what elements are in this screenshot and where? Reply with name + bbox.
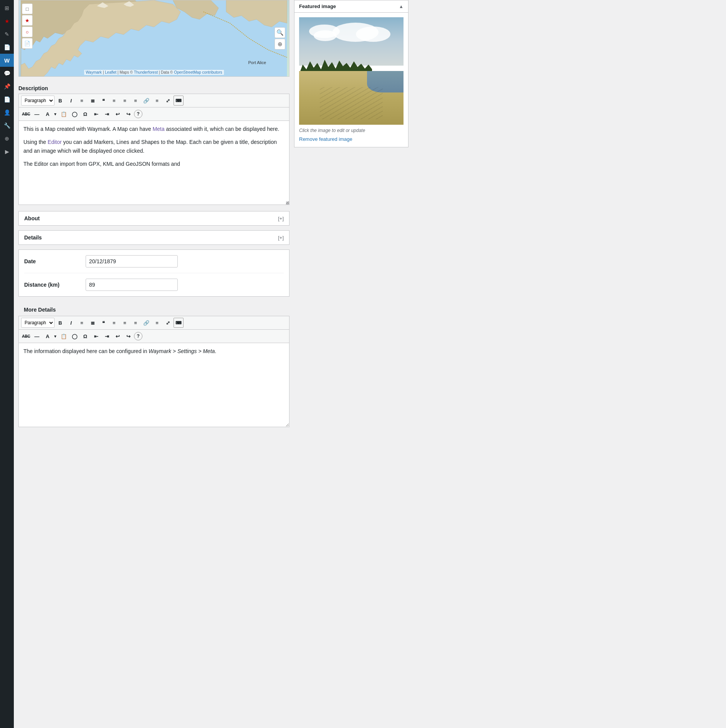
more-details-paragraph-select[interactable]: Paragraph (21, 318, 55, 328)
map-tool-circle[interactable]: ○ (22, 26, 33, 37)
more-details-bullet-btn[interactable]: ≡ (77, 318, 87, 328)
more-details-align-center-btn[interactable]: ≡ (120, 318, 130, 328)
cloud-3 (356, 26, 390, 42)
distance-input[interactable] (86, 279, 178, 291)
more-details-more-btn[interactable]: ≡ (152, 318, 162, 328)
undo-btn[interactable]: ↩ (112, 109, 122, 119)
more-details-indent-right-btn[interactable]: ⇥ (102, 331, 112, 341)
align-left-btn[interactable]: ≡ (109, 96, 119, 106)
link-btn[interactable]: 🔗 (141, 96, 151, 106)
indent-left-btn[interactable]: ⇤ (91, 109, 101, 119)
more-details-omega-btn[interactable]: Ω (80, 331, 90, 341)
edit-icon: ✎ (5, 31, 9, 37)
blockquote-btn[interactable]: ❝ (98, 96, 108, 106)
sidebar-icon-plus[interactable]: ⊕ (0, 132, 14, 145)
paste-btn[interactable]: 📋 (59, 109, 69, 119)
sidebar-icon-user[interactable]: 👤 (0, 106, 14, 119)
more-details-color-btn[interactable]: A (43, 331, 53, 341)
redo-btn[interactable]: ↪ (123, 109, 133, 119)
sidebar-icon-comments[interactable]: 💬 (0, 67, 14, 80)
description-label: Description (18, 81, 289, 94)
more-details-keyboard-btn[interactable]: ⌨ (174, 318, 184, 328)
about-label: About (24, 215, 40, 221)
more-details-toolbar-row1: Paragraph B I ≡ ≣ ❝ ≡ ≡ ≡ 🔗 ≡ ⤢ ⌨ (18, 316, 289, 329)
more-details-color-dropdown[interactable]: ▼ (53, 331, 58, 341)
remove-featured-image-link[interactable]: Remove featured image (299, 136, 352, 142)
sidebar-icon-page[interactable]: 📄 (0, 93, 14, 106)
editor-resize-handle[interactable] (286, 201, 289, 205)
more-details-blockquote-btn[interactable]: ❝ (98, 318, 108, 328)
more-details-undo-btn[interactable]: ↩ (112, 331, 122, 341)
more-details-bold-btn[interactable]: B (55, 318, 65, 328)
sidebar-icon-star[interactable]: ★ (0, 15, 14, 28)
map-tool-file[interactable]: 📄 (22, 38, 33, 49)
map-locate-btn[interactable]: ⊕ (275, 39, 285, 50)
page-icon: 📄 (4, 96, 10, 102)
more-details-align-right-btn[interactable]: ≡ (131, 318, 141, 328)
user-icon: 👤 (4, 109, 10, 116)
date-input[interactable] (86, 255, 178, 267)
sidebar-icon-waymark[interactable]: W (0, 54, 14, 67)
more-details-indent-left-btn[interactable]: ⇤ (91, 331, 101, 341)
sidebar-icon-pin[interactable]: 📌 (0, 80, 14, 93)
hr-btn[interactable]: — (32, 109, 42, 119)
omega-btn[interactable]: Ω (80, 109, 90, 119)
sidebar-icon-dashboard[interactable]: ⊞ (0, 2, 14, 15)
map-svg (19, 0, 289, 76)
more-details-label: More Details (18, 301, 289, 316)
more-details-paste-btn[interactable]: 📋 (59, 331, 69, 341)
bullet-list-btn[interactable]: ≡ (77, 96, 87, 106)
map-container[interactable]: □ ★ ○ 📄 Port Alice 🔍 ⊕ Waymark | Leaflet (18, 0, 289, 77)
sidebar-icon-play[interactable]: ▶ (0, 145, 14, 158)
more-details-redo-btn[interactable]: ↪ (123, 331, 133, 341)
bold-btn[interactable]: B (55, 96, 65, 106)
panel-collapse-btn[interactable]: ▲ (399, 4, 404, 9)
keyboard-btn[interactable]: ⌨ (174, 96, 184, 106)
text-color-btn[interactable]: A (43, 109, 53, 119)
details-header[interactable]: Details [+] (19, 231, 289, 244)
about-header[interactable]: About [+] (19, 211, 289, 225)
more-details-italic-btn[interactable]: I (66, 318, 76, 328)
more-details-help-btn[interactable]: ? (134, 332, 142, 340)
paragraph-select[interactable]: Paragraph (21, 96, 55, 106)
sidebar-icon-pages[interactable]: 📄 (0, 41, 14, 54)
more-details-numbered-btn[interactable]: ≣ (88, 318, 98, 328)
description-editor[interactable]: This is a Map created with Waymark. A Ma… (18, 121, 289, 205)
more-details-link-btn[interactable]: 🔗 (141, 318, 151, 328)
admin-sidebar: ⊞ ★ ✎ 📄 W 💬 📌 📄 👤 🔧 ⊕ ▶ (0, 0, 14, 728)
more-details-editor[interactable]: The information displayed here can be co… (18, 343, 289, 427)
map-tool-square[interactable]: □ (22, 3, 33, 14)
more-details-hr-btn[interactable]: — (32, 331, 42, 341)
numbered-list-btn[interactable]: ≣ (88, 96, 98, 106)
indent-right-btn[interactable]: ⇥ (102, 109, 112, 119)
sidebar-icon-edit[interactable]: ✎ (0, 28, 14, 41)
align-right-btn[interactable]: ≡ (131, 96, 141, 106)
featured-image-panel: Featured image ▲ (294, 0, 408, 147)
more-details-strikethrough-btn[interactable]: ABC (21, 331, 31, 341)
clear-format-btn[interactable]: ◯ (69, 109, 79, 119)
meta-link[interactable]: Meta (152, 126, 164, 132)
about-toggle[interactable]: [+] (278, 216, 284, 221)
map-tool-star[interactable]: ★ (22, 15, 33, 26)
text-color-dropdown[interactable]: ▼ (53, 109, 58, 119)
more-details-content: The information displayed here can be co… (23, 347, 284, 355)
more-details-align-left-btn[interactable]: ≡ (109, 318, 119, 328)
fullscreen-btn[interactable]: ⤢ (163, 96, 173, 106)
more-details-fullscreen-btn[interactable]: ⤢ (163, 318, 173, 328)
thunderforest-link[interactable]: Thunderforest (134, 70, 158, 74)
help-btn[interactable]: ? (134, 110, 142, 118)
italic-btn[interactable]: I (66, 96, 76, 106)
leaflet-link[interactable]: Leaflet (105, 70, 116, 74)
strikethrough-btn[interactable]: ABC (21, 109, 31, 119)
align-center-btn[interactable]: ≡ (120, 96, 130, 106)
more-details-clear-btn[interactable]: ◯ (69, 331, 79, 341)
map-search-btn[interactable]: 🔍 (275, 27, 285, 38)
description-para-2: Using the Editor you can add Markers, Li… (23, 138, 284, 155)
editor-link[interactable]: Editor (48, 139, 62, 145)
sidebar-icon-tools[interactable]: 🔧 (0, 119, 14, 132)
openstreetmap-link[interactable]: OpenStreetMap contributors (174, 70, 222, 74)
featured-image[interactable] (299, 17, 404, 125)
more-btn[interactable]: ≡ (152, 96, 162, 106)
details-toggle[interactable]: [+] (278, 235, 284, 241)
waymark-link[interactable]: Waymark (86, 70, 102, 74)
